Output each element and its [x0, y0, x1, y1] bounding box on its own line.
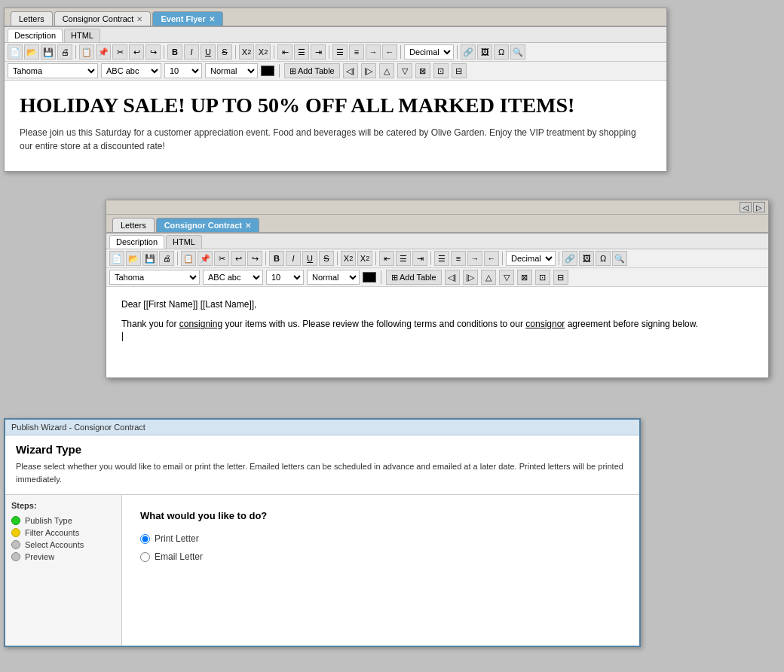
font-sample-select-1[interactable]: ABC abc [101, 63, 161, 78]
align-right-btn[interactable]: ⇥ [311, 44, 326, 60]
omega-btn[interactable]: Ω [494, 44, 509, 60]
nav-next-btn[interactable]: ▷ [753, 202, 765, 212]
list-ol-btn[interactable]: ≡ [349, 44, 364, 60]
align-left-btn[interactable]: ⇤ [277, 44, 292, 60]
t2-row-down[interactable]: ▽ [499, 270, 514, 285]
cut-btn[interactable]: ✂ [112, 44, 127, 60]
tab-consignor-1[interactable]: Consignor Contract ✕ [54, 11, 152, 26]
font-sample-select-2[interactable]: ABC abc [203, 270, 263, 285]
table-opt1[interactable]: ⊠ [415, 63, 430, 78]
cut-btn-2[interactable]: ✂ [214, 251, 229, 266]
print-btn[interactable]: 🖨 [57, 44, 72, 60]
tab-letters-1[interactable]: Letters [11, 11, 53, 26]
sup-btn-2[interactable]: X2 [357, 251, 372, 266]
image-btn[interactable]: 🖼 [477, 44, 492, 60]
align-center-btn-2[interactable]: ☰ [396, 251, 411, 266]
table-col-left[interactable]: ◁| [343, 63, 358, 78]
t2-col-left[interactable]: ◁| [445, 270, 460, 285]
table-col-right[interactable]: |▷ [361, 63, 376, 78]
list-ul-btn[interactable]: ☰ [332, 44, 348, 60]
omega-btn-2[interactable]: Ω [596, 251, 611, 266]
search-btn[interactable]: 🔍 [510, 44, 525, 60]
undo-btn-2[interactable]: ↩ [231, 251, 246, 266]
tab-event-flyer[interactable]: Event Flyer ✕ [152, 11, 222, 26]
step-publish-type[interactable]: Publish Type [11, 515, 115, 527]
paste-btn[interactable]: 📌 [96, 44, 111, 60]
copy-btn[interactable]: 📋 [79, 44, 94, 60]
align-left-btn-2[interactable]: ⇤ [379, 251, 394, 266]
redo-btn-2[interactable]: ↪ [247, 251, 262, 266]
font-size-select-1[interactable]: 10 [164, 63, 202, 78]
t2-opt3[interactable]: ⊟ [553, 270, 568, 285]
step-select-accounts[interactable]: Select Accounts [11, 539, 115, 551]
italic-btn[interactable]: I [184, 44, 199, 60]
table-row-up[interactable]: △ [379, 63, 394, 78]
underline-btn-2[interactable]: U [302, 251, 317, 266]
indent-btn[interactable]: → [366, 44, 381, 60]
redo-btn[interactable]: ↪ [145, 44, 161, 60]
table-row-down[interactable]: ▽ [397, 63, 412, 78]
font-size-select-2[interactable]: 10 [266, 270, 304, 285]
sub-tab-description-2[interactable]: Description [109, 235, 164, 249]
undo-btn[interactable]: ↩ [129, 44, 144, 60]
editor-body-1[interactable]: Please join us this Saturday for a custo… [20, 126, 651, 153]
style-select-2[interactable]: Normal [307, 270, 360, 285]
sub-tab-html-2[interactable]: HTML [166, 235, 202, 249]
sub-btn[interactable]: X2 [239, 44, 254, 60]
print-letter-option[interactable]: Print Letter [140, 533, 621, 544]
letter-greeting[interactable]: Dear [[First Name]] [[Last Name]], [121, 299, 753, 310]
copy-btn-2[interactable]: 📋 [181, 251, 196, 266]
color-box-2[interactable] [363, 272, 376, 283]
italic-btn-2[interactable]: I [286, 251, 301, 266]
table-opt3[interactable]: ⊟ [452, 63, 467, 78]
outdent-btn[interactable]: ← [382, 44, 397, 60]
style-select-1[interactable]: Normal [205, 63, 258, 78]
new-btn-2[interactable]: 📄 [109, 251, 124, 266]
t2-row-up[interactable]: △ [481, 270, 496, 285]
print-letter-radio[interactable] [140, 534, 150, 544]
email-letter-radio[interactable] [140, 552, 150, 562]
tab-consignor-2-close[interactable]: ✕ [245, 221, 251, 230]
save-btn[interactable]: 💾 [41, 44, 56, 60]
t2-col-right[interactable]: |▷ [463, 270, 478, 285]
outdent-btn-2[interactable]: ← [484, 251, 499, 266]
indent-btn-2[interactable]: → [467, 251, 482, 266]
tab-event-flyer-close[interactable]: ✕ [209, 15, 215, 23]
open-btn-2[interactable]: 📂 [126, 251, 141, 266]
tab-letters-2[interactable]: Letters [112, 218, 155, 232]
font-select-2[interactable]: Tahoma [109, 270, 200, 285]
sub-btn-2[interactable]: X2 [341, 251, 356, 266]
decimal-select[interactable]: Decimal [404, 44, 454, 60]
print-btn-2[interactable]: 🖨 [159, 251, 174, 266]
font-select-1[interactable]: Tahoma [8, 63, 98, 78]
align-right-btn-2[interactable]: ⇥ [412, 251, 427, 266]
step-filter-accounts[interactable]: Filter Accounts [11, 527, 115, 539]
editor-headline-1[interactable]: HOLIDAY SALE! UP TO 50% OFF ALL MARKED I… [20, 93, 651, 118]
align-center-btn[interactable]: ☰ [294, 44, 309, 60]
add-table-btn-1[interactable]: ⊞ Add Table [284, 63, 340, 78]
list-ul-btn-2[interactable]: ☰ [434, 251, 449, 266]
bold-btn[interactable]: B [167, 44, 182, 60]
image-btn-2[interactable]: 🖼 [579, 251, 594, 266]
link-btn[interactable]: 🔗 [461, 44, 476, 60]
nav-prev-btn[interactable]: ◁ [740, 202, 752, 212]
t2-opt2[interactable]: ⊡ [535, 270, 550, 285]
open-btn[interactable]: 📂 [24, 44, 39, 60]
bold-btn-2[interactable]: B [269, 251, 284, 266]
color-box-1[interactable] [261, 66, 274, 76]
link-btn-2[interactable]: 🔗 [562, 251, 577, 266]
paste-btn-2[interactable]: 📌 [198, 251, 213, 266]
search-btn-2[interactable]: 🔍 [612, 251, 627, 266]
t2-opt1[interactable]: ⊠ [517, 270, 532, 285]
list-ol-btn-2[interactable]: ≡ [451, 251, 466, 266]
email-letter-option[interactable]: Email Letter [140, 551, 621, 562]
decimal-select-2[interactable]: Decimal [506, 251, 556, 266]
sub-tab-html-1[interactable]: HTML [64, 29, 100, 42]
sup-btn[interactable]: X2 [256, 44, 271, 60]
step-preview[interactable]: Preview [11, 551, 115, 563]
strike-btn[interactable]: S [217, 44, 232, 60]
new-btn[interactable]: 📄 [8, 44, 23, 60]
underline-btn[interactable]: U [201, 44, 216, 60]
sub-tab-description-1[interactable]: Description [8, 29, 63, 42]
tab-consignor-2[interactable]: Consignor Contract ✕ [156, 218, 259, 232]
